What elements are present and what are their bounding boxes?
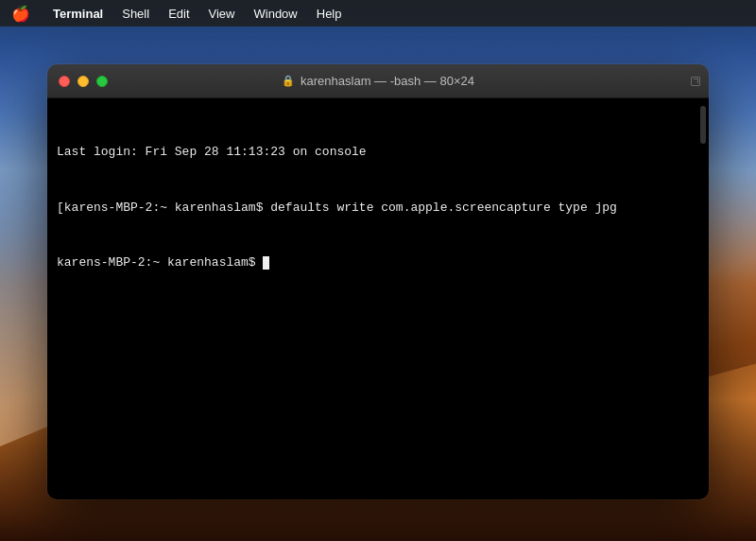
menubar-items: Terminal Shell Edit View Window Help: [45, 5, 350, 23]
close-button[interactable]: [59, 76, 70, 87]
traffic-lights: [59, 76, 108, 87]
terminal-output: Last login: Fri Sep 28 11:13:23 on conso…: [57, 106, 699, 309]
terminal-line-3: karens-MBP-2:~ karenhaslam$: [57, 253, 699, 272]
scrollbar-thumb[interactable]: [700, 106, 706, 144]
terminal-window: 🔒 karenhaslam — -bash — 80×24 Last login…: [47, 64, 709, 499]
terminal-cursor: [263, 256, 269, 270]
menubar-terminal[interactable]: Terminal: [45, 5, 111, 23]
terminal-line-1: Last login: Fri Sep 28 11:13:23 on conso…: [57, 143, 699, 162]
terminal-body[interactable]: Last login: Fri Sep 28 11:13:23 on conso…: [47, 98, 709, 499]
resize-icon: [691, 77, 700, 86]
desktop: 🍎 Terminal Shell Edit View Window Help 🔒…: [0, 0, 756, 541]
maximize-button[interactable]: [96, 76, 108, 87]
minimize-button[interactable]: [77, 76, 89, 87]
menubar-help[interactable]: Help: [309, 5, 350, 23]
window-title-text: karenhaslam — -bash — 80×24: [301, 74, 474, 88]
terminal-line-2: [karens-MBP-2:~ karenhaslam$ defaults wr…: [57, 199, 699, 218]
scrollbar-track[interactable]: [699, 106, 707, 492]
menubar-edit[interactable]: Edit: [161, 5, 197, 23]
apple-menu-icon[interactable]: 🍎: [11, 5, 30, 23]
menubar: 🍎 Terminal Shell Edit View Window Help: [0, 0, 756, 26]
menubar-window[interactable]: Window: [247, 5, 305, 23]
lock-icon: 🔒: [282, 75, 295, 87]
menubar-view[interactable]: View: [201, 5, 243, 23]
title-bar: 🔒 karenhaslam — -bash — 80×24: [47, 64, 709, 98]
menubar-shell[interactable]: Shell: [114, 5, 157, 23]
resize-handle[interactable]: [690, 76, 701, 87]
window-title: 🔒 karenhaslam — -bash — 80×24: [282, 74, 474, 88]
